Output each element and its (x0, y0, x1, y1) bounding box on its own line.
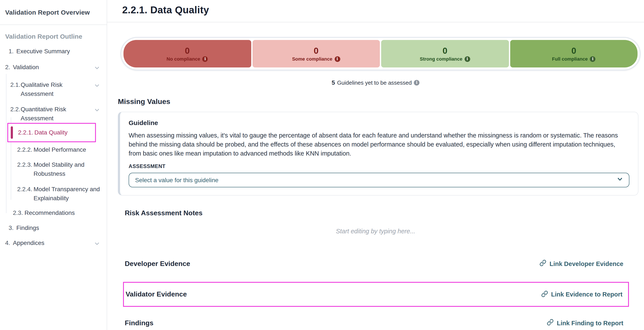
compliance-segment-some-compliance: 0 Some compliancei (252, 40, 380, 67)
link-icon (547, 319, 554, 327)
sidebar-item-appendices[interactable]: 4. Appendices (0, 238, 107, 249)
guideline-section-heading: Missing Values (118, 98, 644, 106)
info-icon[interactable]: i (414, 80, 420, 85)
sidebar-item-model-transparency-explainability[interactable]: 2.2.4. Model Transparency and Explainabi… (0, 185, 107, 203)
findings-heading: Findings (125, 319, 153, 327)
main-content: 2.2.1. Data Quality 0 No compliancei 0 S… (107, 0, 644, 330)
page-title: 2.2.1. Data Quality (107, 0, 644, 22)
link-icon (540, 260, 546, 268)
findings-row: Findings Link Finding to Report (125, 319, 623, 327)
compliance-segment-full-compliance: 0 Full compliancei (510, 40, 638, 67)
assessment-label: ASSESSMENT (129, 163, 629, 169)
app-window: Validation Report Overview Validation Re… (0, 0, 644, 330)
compliance-summary-bar: 0 No compliancei 0 Some compliancei 0 St… (120, 37, 640, 70)
pending-label: Guidelines yet to be assessed (337, 79, 412, 86)
validator-evidence-highlight: Validator Evidence Link Evidence to Repo… (123, 282, 629, 307)
chevron-down-icon[interactable] (94, 107, 100, 116)
segment-label: No compliance (166, 56, 200, 61)
segment-count: 0 (442, 46, 447, 55)
pending-guidelines-status: 5 Guidelines yet to be assessed i (107, 79, 644, 86)
developer-evidence-row: Developer Evidence Link Developer Eviden… (125, 260, 623, 268)
validator-evidence-heading: Validator Evidence (126, 291, 187, 298)
pending-count: 5 (332, 79, 335, 86)
segment-label: Strong compliance (420, 56, 462, 61)
compliance-segment-strong-compliance: 0 Strong compliancei (381, 40, 509, 67)
chevron-down-icon[interactable] (94, 64, 100, 73)
compliance-segment-no-compliance: 0 No compliancei (124, 40, 251, 67)
outline-label: Validation Report Outline (5, 33, 102, 40)
link-evidence-to-report-button[interactable]: Link Evidence to Report (541, 290, 622, 298)
sidebar-item-recommendations[interactable]: 2.3. Recommendations (0, 208, 107, 217)
sidebar-item-qualitative-risk-assessment[interactable]: 2.1. Qualitative Risk Assessment (0, 80, 107, 98)
sidebar-item-findings[interactable]: 3. Findings (0, 223, 107, 232)
info-icon[interactable]: i (590, 56, 596, 62)
developer-evidence-heading: Developer Evidence (125, 260, 190, 268)
guideline-card: Guideline When assessing missing values,… (118, 112, 638, 195)
sidebar-item-model-stability-robustness[interactable]: 2.2.3. Model Stability and Robustness (0, 160, 107, 178)
chevron-down-icon[interactable] (94, 82, 100, 91)
link-icon (541, 290, 548, 298)
sidebar-item-quantitative-risk-assessment[interactable]: 2.2. Quantitative Risk Assessment (0, 105, 107, 123)
chevron-down-icon (617, 176, 623, 184)
sidebar-divider (0, 24, 107, 25)
sidebar-item-data-quality[interactable]: 2.2.1. Data Quality (7, 123, 96, 142)
info-icon[interactable]: i (334, 56, 340, 62)
sidebar: Validation Report Overview Validation Re… (0, 0, 107, 330)
sidebar-item-executive-summary[interactable]: 1. Executive Summary (0, 47, 107, 56)
sidebar-item-validation[interactable]: 2. Validation (0, 63, 107, 73)
link-developer-evidence-button[interactable]: Link Developer Evidence (540, 260, 623, 268)
guideline-card-label: Guideline (129, 119, 629, 126)
sidebar-title: Validation Report Overview (5, 8, 102, 16)
segment-count: 0 (571, 46, 576, 55)
link-finding-to-report-button[interactable]: Link Finding to Report (547, 319, 623, 327)
notes-editor-placeholder[interactable]: Start editing by typing here... (107, 228, 644, 235)
sidebar-item-model-performance[interactable]: 2.2.2. Model Performance (0, 145, 107, 154)
guideline-card-text: When assessing missing values, it's vita… (129, 131, 629, 158)
segment-count: 0 (185, 46, 190, 55)
assessment-select-placeholder: Select a value for this guideline (135, 176, 218, 183)
assessment-select[interactable]: Select a value for this guideline (129, 173, 629, 187)
segment-label: Full compliance (552, 56, 588, 61)
chevron-down-icon[interactable] (94, 240, 100, 249)
segment-label: Some compliance (292, 56, 332, 61)
info-icon[interactable]: i (202, 56, 208, 62)
info-icon[interactable]: i (464, 56, 470, 62)
notes-heading: Risk Assessment Notes (125, 209, 644, 217)
segment-count: 0 (314, 46, 318, 55)
outline-tree: 1. Executive Summary 2. Validation 2.1. … (0, 47, 107, 249)
